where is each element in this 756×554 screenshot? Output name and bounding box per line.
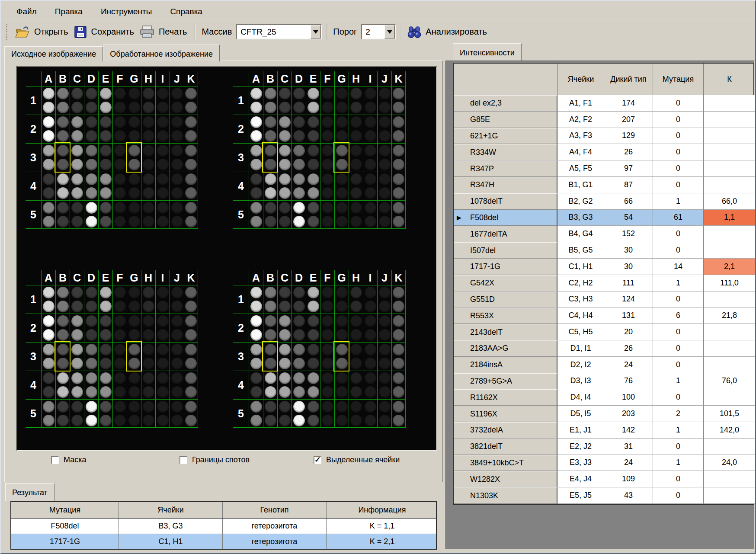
wildtype-value[interactable]: 30 bbox=[604, 242, 653, 259]
cells-value[interactable]: A3, F3 bbox=[557, 128, 604, 144]
mutation-name-cell[interactable]: R347P bbox=[454, 160, 557, 177]
array-cell-K2[interactable] bbox=[391, 115, 406, 143]
k-value[interactable] bbox=[703, 226, 755, 242]
array-cell-B5[interactable] bbox=[263, 399, 277, 428]
array-cell-F3[interactable] bbox=[112, 143, 127, 172]
k-value[interactable] bbox=[703, 471, 755, 487]
mutation-value[interactable]: 0 bbox=[653, 324, 703, 340]
array-cell-H3[interactable] bbox=[141, 342, 155, 371]
array-cell-J3[interactable] bbox=[170, 143, 184, 172]
intensities-row-G551D[interactable]: G551DC3, H31240 bbox=[454, 291, 753, 308]
open-button[interactable]: Открыть bbox=[13, 24, 72, 40]
save-button[interactable]: Сохранить bbox=[72, 24, 138, 40]
array-cell-A1[interactable] bbox=[249, 285, 263, 314]
array-cell-K1[interactable] bbox=[391, 285, 406, 314]
mutation-value[interactable]: 0 bbox=[653, 242, 703, 259]
array-cell-D5[interactable] bbox=[292, 399, 306, 428]
array-cell-C5[interactable] bbox=[70, 399, 84, 428]
k-value[interactable]: 24,0 bbox=[703, 455, 755, 471]
wildtype-value[interactable]: 20 bbox=[604, 324, 653, 340]
array-cell-F1[interactable] bbox=[112, 285, 127, 314]
array-cell-G5[interactable] bbox=[334, 399, 349, 428]
array-cell-K5[interactable] bbox=[391, 399, 406, 428]
array-cell-G5[interactable] bbox=[334, 200, 349, 229]
intensities-row-G85E[interactable]: G85EA2, F22070 bbox=[454, 112, 753, 128]
array-cell-D1[interactable] bbox=[84, 86, 98, 115]
array-cell-J4[interactable] bbox=[377, 371, 391, 399]
cells-value[interactable]: C1, H1 bbox=[557, 259, 604, 275]
mutation-name-cell[interactable]: N1303K bbox=[454, 487, 557, 504]
array-cell-G3[interactable] bbox=[127, 143, 141, 172]
array-cell-D1[interactable] bbox=[84, 285, 98, 314]
array-cell-I4[interactable] bbox=[363, 172, 377, 200]
mutation-value[interactable]: 14 bbox=[653, 259, 703, 275]
wildtype-value[interactable]: 26 bbox=[604, 144, 653, 160]
array-cell-G4[interactable] bbox=[334, 371, 349, 399]
array-cell-D2[interactable] bbox=[84, 314, 98, 342]
array-cell-C3[interactable] bbox=[277, 342, 292, 371]
mutation-name-cell[interactable]: 2143delT bbox=[454, 324, 557, 340]
mutation-name-cell[interactable]: G85E bbox=[454, 112, 557, 128]
array-combobox-dropdown-button[interactable] bbox=[311, 25, 321, 38]
mutation-name-cell[interactable]: R553X bbox=[454, 307, 557, 324]
wildtype-value[interactable]: 100 bbox=[604, 389, 653, 406]
array-cell-F5[interactable] bbox=[112, 399, 127, 428]
cells-value[interactable]: B2, G2 bbox=[557, 193, 604, 210]
intensities-row-2789+5G>A[interactable]: 2789+5G>AD3, I376176,0 bbox=[454, 373, 753, 390]
mutation-value[interactable]: 0 bbox=[653, 291, 703, 308]
array-cell-F2[interactable] bbox=[320, 115, 334, 143]
k-value[interactable] bbox=[703, 95, 755, 112]
array-cell-E5[interactable] bbox=[306, 399, 320, 428]
intensities-row-S1196X[interactable]: S1196XD5, I52032101,5 bbox=[454, 406, 753, 422]
array-cell-E4[interactable] bbox=[306, 172, 320, 200]
array-cell-E3[interactable] bbox=[306, 342, 320, 371]
array-cell-B2[interactable] bbox=[263, 314, 277, 342]
array-cell-H1[interactable] bbox=[349, 285, 363, 314]
array-cell-B3[interactable] bbox=[263, 342, 277, 371]
mutation-name-cell[interactable]: 1078delT bbox=[454, 193, 557, 210]
cells-value[interactable]: C3, H3 bbox=[557, 291, 604, 308]
wildtype-value[interactable]: 142 bbox=[604, 422, 653, 439]
array-cell-B3[interactable] bbox=[55, 342, 70, 371]
array-cell-E1[interactable] bbox=[98, 86, 112, 115]
array-cell-F3[interactable] bbox=[320, 143, 334, 172]
array-combobox[interactable]: CFTR_25 bbox=[236, 24, 322, 39]
cells-value[interactable]: C2, H2 bbox=[557, 275, 604, 291]
mutation-name-cell[interactable]: 2184insA bbox=[454, 357, 557, 373]
array-cell-G2[interactable] bbox=[334, 115, 349, 143]
mutation-name-cell[interactable]: R1162X bbox=[454, 389, 557, 406]
mutation-value[interactable]: 1 bbox=[653, 193, 703, 210]
array-cell-F1[interactable] bbox=[320, 86, 334, 115]
array-cell-B5[interactable] bbox=[263, 200, 277, 229]
array-cell-B2[interactable] bbox=[263, 115, 277, 143]
tab-result[interactable]: Результат bbox=[5, 483, 54, 501]
array-cell-A2[interactable] bbox=[249, 314, 263, 342]
array-cell-J1[interactable] bbox=[377, 285, 391, 314]
array-cell-E4[interactable] bbox=[98, 172, 112, 200]
mutation-value[interactable]: 0 bbox=[653, 177, 703, 193]
mutation-value[interactable]: 61 bbox=[653, 210, 703, 226]
array-cell-J1[interactable] bbox=[170, 285, 184, 314]
cells-value[interactable]: B4, G4 bbox=[557, 226, 604, 242]
mutation-name-cell[interactable]: I507del bbox=[454, 242, 557, 259]
array-cell-A5[interactable] bbox=[41, 200, 55, 229]
intensities-row-2184insA[interactable]: 2184insAD2, I2240 bbox=[454, 357, 753, 373]
intensities-row-3821delT[interactable]: 3821delTE2, J2310 bbox=[454, 439, 753, 455]
array-cell-D3[interactable] bbox=[84, 143, 98, 172]
k-value[interactable]: 2,1 bbox=[703, 259, 755, 275]
array-cell-K5[interactable] bbox=[184, 200, 198, 229]
cells-value[interactable]: A2, F2 bbox=[557, 112, 604, 128]
mutation-name-cell[interactable]: 1677delTA bbox=[454, 226, 557, 242]
wildtype-value[interactable]: 131 bbox=[604, 307, 653, 324]
wildtype-value[interactable]: 24 bbox=[604, 357, 653, 373]
array-cell-H3[interactable] bbox=[141, 143, 155, 172]
k-value[interactable] bbox=[703, 177, 755, 193]
array-cell-C1[interactable] bbox=[70, 285, 84, 314]
array-cell-C4[interactable] bbox=[70, 371, 84, 399]
array-cell-J3[interactable] bbox=[377, 143, 391, 172]
array-cell-J2[interactable] bbox=[170, 314, 184, 342]
cells-value[interactable]: D4, I4 bbox=[557, 389, 604, 406]
array-cell-F3[interactable] bbox=[112, 342, 127, 371]
menu-file[interactable]: Файл bbox=[16, 7, 37, 16]
array-cell-E2[interactable] bbox=[306, 314, 320, 342]
